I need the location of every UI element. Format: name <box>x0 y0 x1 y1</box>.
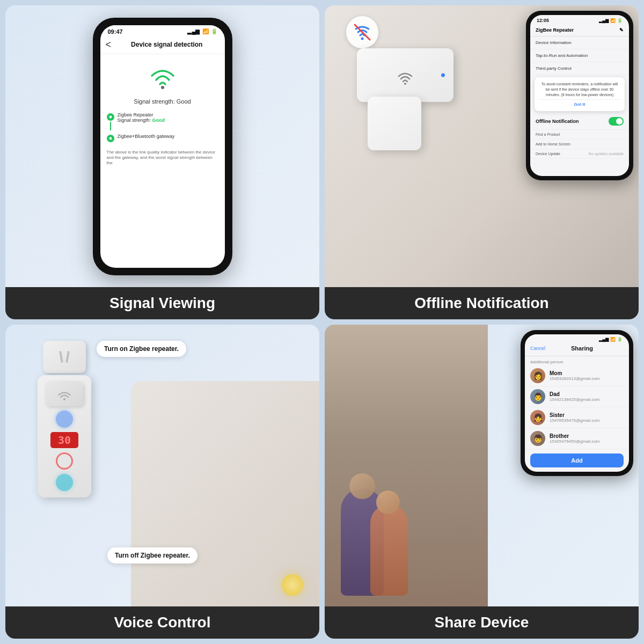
q2-menu-tap-run[interactable]: Tap-to-Run and Automation <box>530 49 629 62</box>
voice-device-container: 30 <box>38 341 91 497</box>
device-connector-2 <box>107 135 114 142</box>
q4-cancel-button[interactable]: Cancel <box>530 346 545 351</box>
svg-point-3 <box>361 38 364 40</box>
q4-mom-info: Mom 15453282413@gmail.com <box>550 370 600 381</box>
q2-find-product[interactable]: Find a Product <box>530 130 629 140</box>
q2-device-name-row: ZigBee Repeater ✎ <box>530 24 629 36</box>
q1-phone-header: < Device signal detection <box>100 36 225 54</box>
btn-middle-red[interactable] <box>56 452 73 470</box>
q2-phone-screen: 12:05 ▂▄▆ 📶 🔋 ZigBee Repeater ✎ Device I… <box>530 15 629 176</box>
device-led <box>441 74 445 77</box>
q4-dad-email: 15442138425@gmail.com <box>550 397 600 402</box>
couple-silhouette <box>330 467 437 596</box>
q2-device-update[interactable]: Device Update No updates available <box>530 149 629 159</box>
q4-person-mom: 👩 Mom 15453282413@gmail.com <box>525 365 629 386</box>
person2-head <box>376 491 400 514</box>
q4-dad-info: Dad 15442138425@gmail.com <box>550 391 600 402</box>
q1-screen-body: Signal strength: Good Zigbee Repe <box>100 54 225 268</box>
q4-person-sister: 👧 Sister 15476535479@gmail.com <box>525 407 629 428</box>
antenna-group <box>60 351 69 363</box>
q4-status-icons: ▂▄▆ 📶 🔋 <box>599 337 623 342</box>
q2-signal-icon: ▂▄▆ <box>599 18 609 23</box>
q2-status-icons: ▂▄▆ 📶 🔋 <box>599 18 623 23</box>
offline-notification-quadrant: 12:05 ▂▄▆ 📶 🔋 ZigBee Repeater ✎ Device I… <box>325 5 639 319</box>
q4-section-label: Additional person <box>525 356 629 365</box>
person1-head <box>349 473 375 499</box>
share-device-quadrant: ▂▄▆ 📶 🔋 Cancel Sharing --- Additional pe… <box>325 325 639 639</box>
signal-strength-label: Signal strength: Good <box>134 98 191 105</box>
q2-edit-icon[interactable]: ✎ <box>619 27 624 33</box>
q2-device-name: ZigBee Repeater <box>536 27 574 33</box>
device-connector <box>107 113 114 130</box>
signal-phone: 09:47 ▂▄▆ 📶 🔋 < Device signal detection <box>93 18 232 275</box>
q4-add-button[interactable]: Add <box>530 453 624 467</box>
q4-signal-icon: ▂▄▆ <box>599 337 609 342</box>
wifi-icon: 📶 <box>202 28 209 34</box>
device-display-segment: 30 <box>50 432 78 448</box>
q2-add-home[interactable]: Add to Home Screen <box>530 140 629 149</box>
q2-offline-toggle[interactable] <box>609 117 624 126</box>
q4-phone-container: ▂▄▆ 📶 🔋 Cancel Sharing --- Additional pe… <box>521 330 633 476</box>
lamp-light <box>282 574 303 596</box>
signal-phone-screen: 09:47 ▂▄▆ 📶 🔋 < Device signal detection <box>100 25 225 268</box>
device-row-2: Zigbee+Bluetooth gateway <box>107 134 218 142</box>
q4-battery-icon: 🔋 <box>617 337 623 342</box>
q4-mom-email: 15453282413@gmail.com <box>550 376 600 381</box>
q3-label: Voice Control <box>5 606 319 639</box>
avatar-sister: 👧 <box>530 410 545 425</box>
q4-brother-info: Brother 15425476450@gmail.com <box>550 433 600 444</box>
q2-screen-body: Device Information Tap-to-Run and Automa… <box>530 36 629 163</box>
q4-sister-info: Sister 15476535479@gmail.com <box>550 412 600 423</box>
device-dot <box>107 113 114 121</box>
left-antenna <box>59 351 63 363</box>
q2-status-bar: 12:05 ▂▄▆ 📶 🔋 <box>530 15 629 24</box>
q1-description: The above is the link quality indicator … <box>107 150 218 166</box>
btn-top-blue[interactable] <box>56 411 73 428</box>
q1-content: 09:47 ▂▄▆ 📶 🔋 < Device signal detection <box>5 5 319 287</box>
q3-content: 30 Turn on Zigbee repeater. Turn off Zig… <box>5 325 319 606</box>
q4-mom-name: Mom <box>550 370 600 376</box>
svg-point-5 <box>404 83 406 85</box>
q2-got-it-button[interactable]: Got It <box>539 99 620 107</box>
signal-icon: ▂▄▆ <box>187 28 200 34</box>
wifi-signal-icon <box>147 61 179 93</box>
person2-body <box>370 504 408 596</box>
q2-notification-popup: To avoid constant reminders, a notificat… <box>535 77 625 111</box>
q4-dad-name: Dad <box>550 391 600 397</box>
device-2-name: Zigbee+Bluetooth gateway <box>118 134 175 139</box>
svg-point-6 <box>63 398 65 400</box>
q4-header: Cancel Sharing --- <box>525 343 629 356</box>
q2-update-value: No updates available <box>589 152 624 156</box>
q2-menu-device-info[interactable]: Device Information <box>530 36 629 49</box>
q4-sharing-title: Sharing <box>571 345 593 352</box>
q2-time: 12:05 <box>537 18 549 23</box>
device-1-name: Zigbee Repeater <box>118 112 165 118</box>
device-row-1: Zigbee Repeater Signal strength: Good <box>107 112 218 130</box>
q2-battery-icon: 🔋 <box>617 18 623 23</box>
q2-menu-third-party[interactable]: Third-party Control <box>530 62 629 75</box>
q2-label: Offline Notification <box>325 287 639 319</box>
q4-phone-screen: ▂▄▆ 📶 🔋 Cancel Sharing --- Additional pe… <box>525 334 629 472</box>
device-top-unit <box>43 341 86 373</box>
svg-point-2 <box>109 137 112 140</box>
q2-phone-mockup: 12:05 ▂▄▆ 📶 🔋 ZigBee Repeater ✎ Device I… <box>526 11 633 180</box>
battery-icon: 🔋 <box>211 28 217 34</box>
voice-bubble-off: Turn off Zigbee repeater. <box>107 547 197 564</box>
q1-label: Signal Viewing <box>5 287 319 319</box>
device-1-signal: Signal strength: Good <box>118 118 165 123</box>
q1-status-icons: ▂▄▆ 📶 🔋 <box>187 28 217 34</box>
device-1-signal-value: Good <box>152 118 165 123</box>
avatar-dad: 👨 <box>530 389 545 404</box>
device-dot-2 <box>107 135 114 142</box>
q2-phone-container: 12:05 ▂▄▆ 📶 🔋 ZigBee Repeater ✎ Device I… <box>526 11 633 180</box>
svg-point-1 <box>109 115 112 118</box>
q4-sister-email: 15476535479@gmail.com <box>550 418 600 423</box>
q2-wifi-icon: 📶 <box>610 18 616 23</box>
back-arrow-icon[interactable]: < <box>106 39 112 50</box>
q2-offline-label: Offline Notification <box>536 119 579 124</box>
btn-bottom-cyan[interactable] <box>56 474 73 491</box>
svg-point-0 <box>161 86 164 89</box>
device-main-body: 30 <box>38 375 91 497</box>
device-top-display <box>46 382 83 406</box>
avatar-brother: 👦 <box>530 431 545 446</box>
